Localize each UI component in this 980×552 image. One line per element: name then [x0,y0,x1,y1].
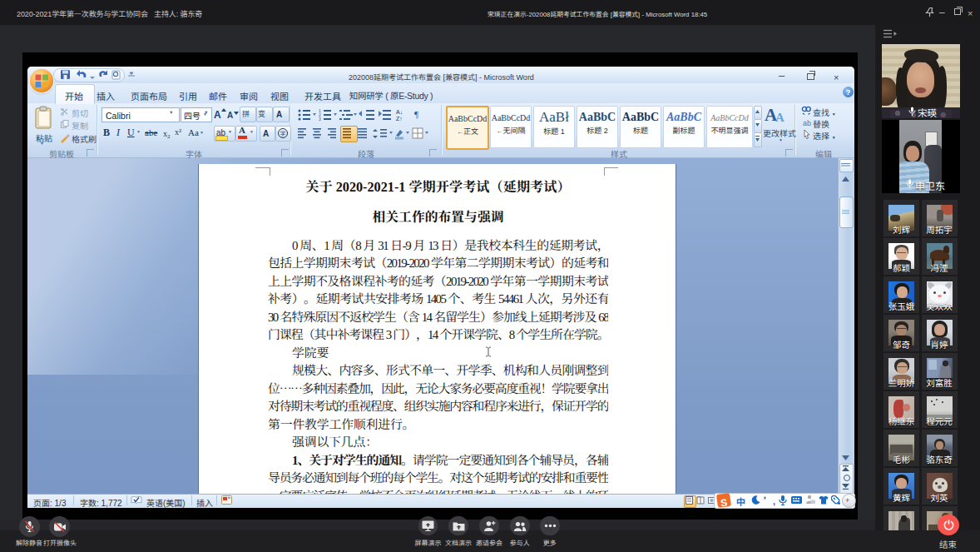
svg-text:3: 3 [319,117,321,122]
svg-text:A↓: A↓ [396,109,403,115]
svg-text:Z↑: Z↑ [396,116,403,122]
svg-text:¶: ¶ [414,109,418,119]
